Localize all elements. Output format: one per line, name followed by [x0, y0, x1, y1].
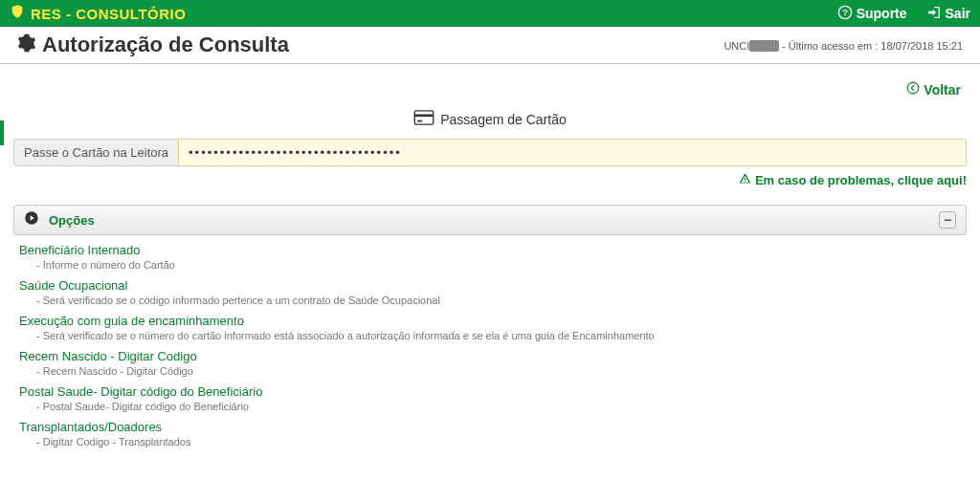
problems-link[interactable]: Em caso de problemas, clique aqui!: [13, 172, 967, 187]
option-item: Saúde Ocupacional - Será verificado se o…: [19, 278, 961, 306]
topbar-actions: ? Suporte Sair: [837, 5, 970, 23]
card-section-title: Passagem de Cartão: [440, 112, 567, 127]
option-title[interactable]: Postal Saude- Digitar código do Benefici…: [19, 384, 961, 399]
topbar: RES - CONSULTÓRIO ? Suporte Sair: [0, 0, 980, 27]
topbar-brand: RES - CONSULTÓRIO: [10, 3, 186, 24]
card-input[interactable]: [178, 139, 967, 166]
option-item: Transplantados/Doadores - Digitar Codigo…: [19, 420, 961, 447]
option-desc: - Postal Saude- Digitar código do Benefi…: [36, 401, 961, 412]
svg-text:?: ?: [842, 8, 848, 17]
svg-rect-3: [414, 111, 434, 124]
shield-icon: [10, 3, 25, 24]
options-body: Beneficiário Internado - Informe o númer…: [13, 235, 967, 463]
gear-icon: [17, 33, 36, 56]
svg-rect-4: [414, 114, 434, 117]
option-title[interactable]: Recem Nascido - Digitar Codigo: [19, 349, 961, 363]
help-icon: ?: [837, 5, 853, 23]
redacted-segment: XX: [749, 40, 779, 52]
options-title: Opções: [49, 213, 95, 228]
collapse-button[interactable]: −: [939, 211, 956, 229]
back-label: Voltar: [924, 82, 961, 98]
option-title[interactable]: Execução com guia de encaminhamento: [19, 314, 961, 328]
options-panel: Opções − Beneficiário Internado - Inform…: [13, 205, 967, 463]
option-desc: - Recem Nascido - Digitar Código: [36, 365, 961, 377]
problems-label: Em caso de problemas, clique aqui!: [755, 173, 967, 187]
main-content: Voltar Passagem de Cartão Passe o Cartão…: [0, 64, 980, 472]
card-icon: [413, 110, 434, 128]
option-item: Postal Saude- Digitar código do Benefici…: [19, 384, 961, 412]
option-desc: - Será verificado se o número do cartão …: [36, 330, 961, 341]
option-desc: - Informe o número do Cartão: [36, 259, 961, 271]
option-item: Execução com guia de encaminhamento - Se…: [19, 314, 961, 341]
last-access-user: UNCI: [724, 40, 749, 52]
support-label: Suporte: [857, 6, 907, 21]
logout-link[interactable]: Sair: [926, 5, 970, 23]
sign-out-icon: [926, 5, 942, 23]
option-title[interactable]: Beneficiário Internado: [19, 243, 961, 257]
app-title: RES - CONSULTÓRIO: [31, 6, 186, 22]
last-access: UNCIXX - Último acesso em : 18/07/2018 1…: [724, 40, 963, 52]
option-item: Recem Nascido - Digitar Codigo - Recem N…: [19, 349, 961, 377]
play-icon[interactable]: [24, 210, 39, 229]
warning-icon: [739, 172, 751, 187]
option-title[interactable]: Transplantados/Doadores: [19, 420, 961, 434]
page-title: Autorização de Consulta: [42, 33, 289, 57]
svg-rect-5: [417, 120, 422, 122]
card-input-label: Passe o Cartão na Leitora: [13, 139, 178, 166]
back-icon: [906, 81, 920, 98]
option-desc: - Digitar Codigo - Transplantados: [36, 436, 961, 447]
option-item: Beneficiário Internado - Informe o númer…: [19, 243, 961, 271]
logout-label: Sair: [946, 6, 970, 21]
card-section-title-row: Passagem de Cartão: [413, 110, 567, 128]
support-link[interactable]: ? Suporte: [837, 5, 907, 23]
option-title[interactable]: Saúde Ocupacional: [19, 278, 961, 293]
last-access-time: - Último acesso em : 18/07/2018 15:21: [779, 40, 963, 52]
svg-point-2: [908, 82, 920, 94]
card-input-row: Passe o Cartão na Leitora: [13, 139, 967, 166]
page-header: Autorização de Consulta UNCIXX - Último …: [0, 27, 980, 64]
options-header: Opções −: [13, 205, 967, 235]
back-link[interactable]: Voltar: [906, 81, 961, 98]
card-section: Passagem de Cartão Passe o Cartão na Lei…: [13, 110, 967, 187]
option-desc: - Será verificado se o código informado …: [36, 295, 961, 306]
